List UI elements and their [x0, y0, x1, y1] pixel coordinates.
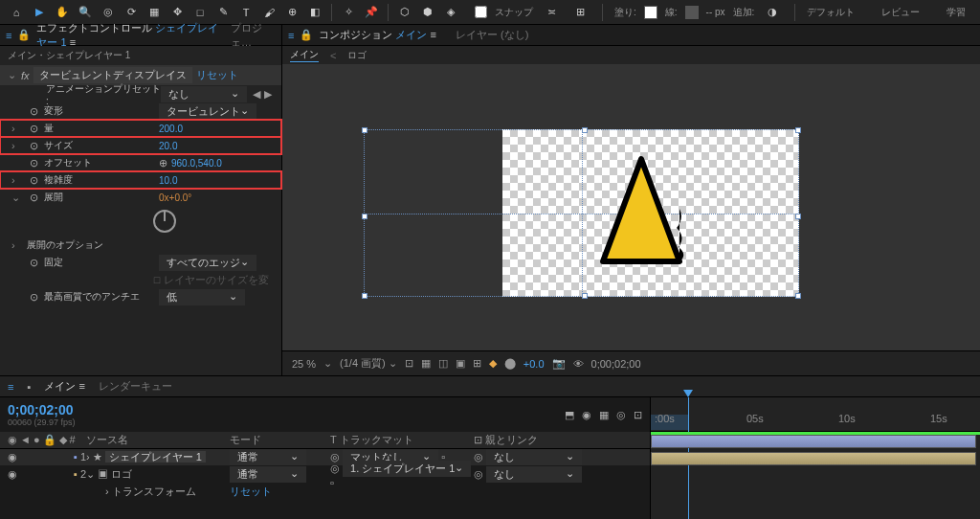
parent-pick-icon[interactable]: ◎ — [474, 451, 483, 463]
crosshair-icon[interactable]: ⊕ — [159, 157, 167, 169]
handle-tl[interactable] — [362, 127, 368, 133]
tl-opt-2-icon[interactable]: ◉ — [582, 409, 591, 421]
preset-prev-icon[interactable]: ◀ — [253, 88, 260, 101]
extra-tool-1-icon[interactable]: ⬡ — [394, 2, 415, 23]
anim-preset-dropdown[interactable]: なし⌄ — [161, 86, 247, 102]
stopwatch-icon[interactable]: ⊙ — [27, 104, 40, 118]
project-tab[interactable]: プロジェ… — [231, 21, 276, 50]
twirl-icon[interactable]: › — [11, 174, 15, 186]
twirl-icon[interactable]: ⌄ — [86, 468, 95, 480]
lock-icon[interactable]: 🔒 — [17, 29, 31, 41]
layer-bar-2[interactable] — [651, 452, 976, 465]
stroke-px[interactable]: -- px — [706, 7, 725, 17]
lock-icon[interactable]: 🔒 — [300, 29, 313, 41]
channel-icon[interactable]: ◆ — [489, 357, 497, 370]
parent-dropdown[interactable]: なし⌄ — [486, 466, 582, 483]
col-label-icon[interactable]: ◆ — [59, 434, 67, 446]
antialias-dropdown[interactable]: 低⌄ — [159, 289, 245, 305]
matte-pick-icon[interactable]: ◎ — [330, 463, 340, 474]
handle-tr[interactable] — [795, 127, 801, 133]
twirl-icon[interactable]: › — [86, 451, 90, 463]
orbit-tool-icon[interactable]: ◎ — [98, 2, 119, 23]
snap-checkbox[interactable] — [475, 6, 487, 18]
col-link-icon[interactable]: ⊡ — [474, 434, 482, 445]
stopwatch-icon[interactable]: ⊙ — [27, 191, 40, 204]
current-timecode[interactable]: 0;00;02;00 — [8, 402, 76, 417]
transform-reset[interactable]: リセット — [230, 485, 272, 497]
twirl-icon[interactable]: › — [11, 239, 15, 251]
col-parent[interactable]: 親とリンク — [485, 434, 538, 445]
preset-next-icon[interactable]: ▶ — [264, 88, 272, 101]
parent-dropdown[interactable]: なし⌄ — [486, 449, 582, 465]
add-menu-icon[interactable]: ◑ — [762, 2, 783, 23]
transparency-icon[interactable]: ▦ — [421, 357, 431, 370]
canvas[interactable] — [282, 65, 980, 350]
twirl-icon[interactable]: › — [11, 140, 15, 151]
offset-value[interactable]: 960.0,540.0 — [171, 158, 222, 169]
effect-controls-tab[interactable]: エフェクトコントロール シェイプレイヤー 1 ≡ — [36, 21, 225, 50]
twirl-icon[interactable]: › — [11, 123, 15, 134]
timeline-tab-render[interactable]: レンダーキュー — [99, 379, 172, 394]
fast-preview-icon[interactable]: ⊡ — [405, 357, 413, 370]
stopwatch-icon[interactable]: ⊙ — [27, 139, 40, 152]
workspace-learn[interactable]: 学習 — [947, 6, 966, 19]
layer-name[interactable]: ロゴ — [111, 468, 132, 480]
col-lock-icon[interactable]: 🔒 — [43, 434, 56, 446]
stopwatch-icon[interactable]: ⊙ — [27, 290, 40, 304]
timeline-tab-main[interactable]: メイン ≡ — [44, 379, 84, 394]
col-vis-icon[interactable]: ◉ — [8, 434, 17, 446]
selection-tool-icon[interactable]: ▶ — [29, 2, 50, 23]
displacement-dropdown[interactable]: タービュレント⌄ — [159, 103, 256, 120]
snapshot-icon[interactable]: 📷 — [552, 357, 566, 370]
rect-tool-icon[interactable]: □ — [189, 2, 211, 23]
col-solo-icon[interactable]: ● — [33, 434, 40, 446]
col-trackmatte[interactable]: T トラックマット — [330, 433, 474, 447]
anchor-tool-icon[interactable]: ✥ — [167, 2, 188, 23]
roto-tool-icon[interactable]: ✧ — [338, 2, 359, 23]
zoom-level[interactable]: 25 % — [292, 358, 316, 370]
stopwatch-icon[interactable]: ⊙ — [27, 256, 40, 269]
parent-pick-icon[interactable]: ◎ — [474, 468, 483, 480]
render-icon[interactable]: ⬤ — [504, 357, 516, 370]
visibility-icon[interactable]: ◉ — [8, 451, 17, 463]
workspace-review[interactable]: レビュー — [881, 6, 920, 19]
snap-opt-icon[interactable]: ≍ — [541, 2, 562, 23]
rotate-tool-icon[interactable]: ⟳ — [121, 2, 142, 23]
fx-badge-icon[interactable]: fx — [21, 70, 30, 81]
layer-row-2[interactable]: ◉▪2 ⌄ ▣ ロゴ 通常⌄ ◎ 1. シェイプレイヤー 1⌄ ▫ ◎ なし⌄ — [0, 466, 650, 484]
pen-tool-icon[interactable]: ✎ — [212, 2, 234, 23]
reset-link[interactable]: リセット — [196, 68, 238, 82]
fill-swatch[interactable] — [644, 6, 657, 19]
text-tool-icon[interactable]: T — [235, 2, 256, 23]
matte-dropdown[interactable]: 1. シェイプレイヤー 1⌄ — [343, 461, 471, 477]
layer-tab[interactable]: レイヤー (なし) — [456, 28, 528, 42]
home-icon[interactable]: ⌂ — [6, 2, 27, 23]
transform-row[interactable]: › トランスフォーム リセット — [0, 484, 650, 501]
mask-icon[interactable]: ◫ — [438, 357, 448, 370]
stroke-swatch[interactable] — [685, 6, 699, 19]
composition-tab[interactable]: コンポジション メイン ≡ — [319, 28, 436, 42]
clone-tool-icon[interactable]: ⊕ — [281, 2, 302, 23]
twirl-icon[interactable]: › — [105, 485, 109, 497]
show-snapshot-icon[interactable]: 👁 — [573, 358, 584, 370]
layer-name[interactable]: シェイプレイヤー 1 — [105, 451, 206, 463]
visibility-icon[interactable]: ◉ — [8, 468, 17, 481]
col-source-name[interactable]: ソース名 — [86, 433, 230, 447]
exposure-value[interactable]: +0.0 — [523, 358, 545, 370]
handle-bl[interactable] — [362, 293, 368, 299]
stopwatch-icon[interactable]: ⊙ — [27, 173, 40, 187]
tl-opt-4-icon[interactable]: ◎ — [616, 409, 626, 421]
timeline-track-area[interactable]: :00s 05s 10s 15s — [651, 397, 980, 519]
effect-name[interactable]: タービュレントディスプレイス — [33, 67, 192, 83]
zoom-tool-icon[interactable]: 🔍 — [75, 2, 96, 23]
col-mode[interactable]: モード — [230, 433, 330, 447]
subtab-main[interactable]: メイン — [290, 48, 319, 62]
layer-bar-1[interactable] — [651, 435, 976, 448]
extra-tool-2-icon[interactable]: ⬢ — [417, 2, 438, 23]
workspace-default[interactable]: デフォルト — [807, 6, 855, 19]
layer-search-input[interactable] — [85, 407, 210, 422]
brush-tool-icon[interactable]: 🖌 — [258, 2, 279, 23]
size-value[interactable]: 20.0 — [159, 141, 177, 151]
puppet-tool-icon[interactable]: 📌 — [361, 2, 382, 23]
col-audio-icon[interactable]: ◄ — [20, 434, 31, 446]
